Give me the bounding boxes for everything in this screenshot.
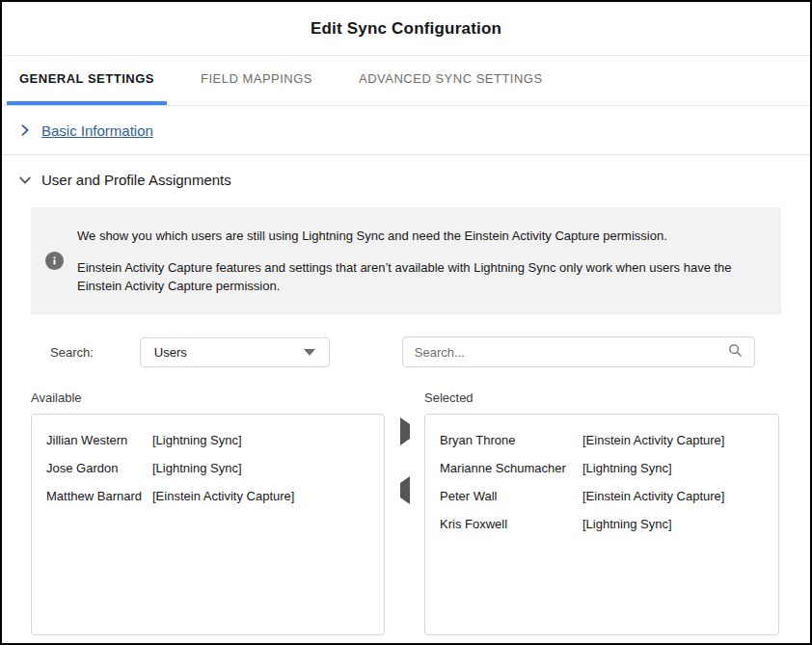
triangle-down-icon — [304, 349, 315, 356]
tab-bar: GENERAL SETTINGS FIELD MAPPINGS ADVANCED… — [2, 56, 810, 106]
list-item[interactable]: Kris Foxwell [Lightning Sync] — [425, 510, 778, 538]
list-item[interactable]: Bryan Throne [Einstein Activity Capture] — [425, 426, 778, 454]
user-sync-tag: [Lightning Sync] — [152, 433, 242, 447]
magnifier-icon — [728, 343, 743, 362]
info-text: We show you which users are still using … — [77, 227, 760, 295]
user-name: Matthew Barnard — [46, 489, 152, 503]
tab-advanced-sync-settings[interactable]: ADVANCED SYNC SETTINGS — [346, 56, 555, 105]
search-label: Search: — [50, 345, 94, 360]
dialog-title: Edit Sync Configuration — [311, 19, 501, 39]
dialog-header: Edit Sync Configuration — [2, 2, 810, 56]
info-icon-column — [31, 252, 77, 270]
move-buttons-column — [385, 390, 424, 635]
move-to-selected-button[interactable] — [398, 422, 412, 441]
user-sync-tag: [Einstein Activity Capture] — [152, 489, 294, 503]
user-name: Kris Foxwell — [440, 517, 582, 531]
list-item[interactable]: Peter Wall [Einstein Activity Capture] — [425, 482, 778, 510]
user-name: Peter Wall — [440, 489, 582, 503]
user-sync-tag: [Einstein Activity Capture] — [582, 433, 724, 447]
selected-column: Selected Bryan Throne [Einstein Activity… — [424, 390, 779, 635]
list-item[interactable]: Jillian Western [Lightning Sync] — [32, 426, 384, 454]
user-sync-tag: [Einstein Activity Capture] — [582, 489, 724, 503]
info-box: We show you which users are still using … — [31, 207, 781, 314]
basic-information-link[interactable]: Basic Information — [41, 122, 153, 139]
available-listbox[interactable]: Jillian Western [Lightning Sync] Jose Ga… — [31, 414, 385, 635]
tab-field-mappings[interactable]: FIELD MAPPINGS — [188, 56, 325, 105]
list-item[interactable]: Matthew Barnard [Einstein Activity Captu… — [32, 482, 384, 510]
search-input[interactable] — [415, 345, 728, 360]
section-basic-information[interactable]: Basic Information — [2, 106, 810, 155]
user-name: Jose Gardon — [46, 461, 152, 475]
search-box — [402, 336, 755, 367]
user-profile-assignments-title: User and Profile Assignments — [41, 172, 231, 188]
edit-sync-configuration-dialog: Edit Sync Configuration GENERAL SETTINGS… — [0, 0, 812, 645]
user-name: Bryan Throne — [440, 433, 582, 447]
triangle-right-icon — [400, 417, 410, 445]
search-type-selected-value: Users — [154, 345, 187, 360]
selected-listbox[interactable]: Bryan Throne [Einstein Activity Capture]… — [424, 414, 779, 635]
chevron-right-icon — [17, 122, 33, 138]
selected-label: Selected — [424, 390, 779, 408]
available-label: Available — [31, 390, 385, 408]
info-icon — [45, 252, 64, 270]
user-name: Marianne Schumacher — [440, 461, 582, 475]
available-column: Available Jillian Western [Lightning Syn… — [31, 390, 385, 635]
user-sync-tag: [Lightning Sync] — [582, 461, 672, 475]
list-item[interactable]: Marianne Schumacher [Lightning Sync] — [425, 454, 778, 482]
move-to-available-button[interactable] — [398, 481, 412, 499]
list-item[interactable]: Jose Gardon [Lightning Sync] — [32, 454, 384, 482]
search-type-dropdown[interactable]: Users — [140, 337, 330, 367]
user-sync-tag: [Lightning Sync] — [152, 461, 242, 475]
triangle-left-icon — [400, 476, 410, 504]
dual-listbox: Available Jillian Western [Lightning Syn… — [2, 390, 810, 635]
info-line-2: Einstein Activity Capture features and s… — [77, 258, 760, 295]
info-line-1: We show you which users are still using … — [77, 227, 760, 245]
search-row: Search: Users — [2, 336, 810, 367]
chevron-down-icon — [17, 173, 33, 188]
section-user-profile-assignments[interactable]: User and Profile Assignments — [2, 155, 810, 204]
user-name: Jillian Western — [46, 433, 152, 447]
tab-general-settings[interactable]: GENERAL SETTINGS — [7, 56, 167, 105]
user-sync-tag: [Lightning Sync] — [582, 517, 672, 531]
